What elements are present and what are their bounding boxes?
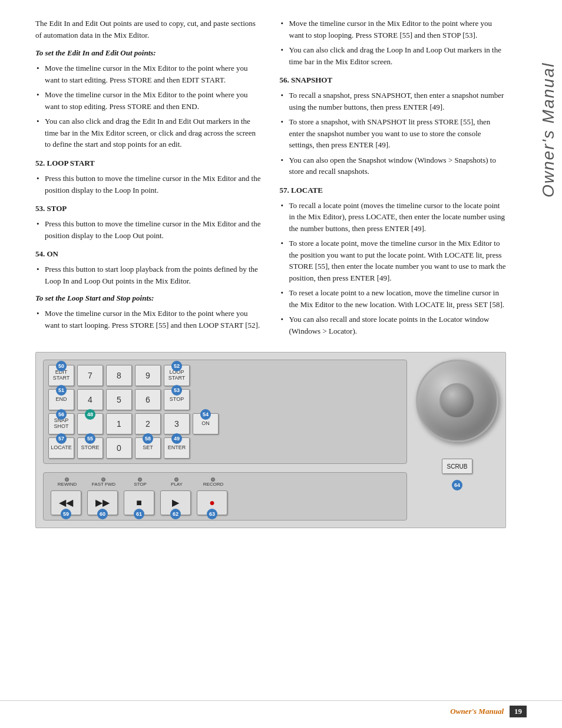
list-item: To store a snapshot, with SNAPSHOT lit p… [280, 116, 507, 151]
button-end[interactable]: 51 END [48, 389, 74, 410]
record-led [211, 477, 215, 482]
button-7[interactable]: 7 [77, 365, 103, 386]
badge-48: 48 [85, 409, 95, 420]
button-scrub[interactable]: SCRUB [442, 459, 472, 474]
numpad-row-0: 50 EDITSTART 7 8 9 52 [48, 365, 402, 386]
button-8[interactable]: 8 [106, 365, 132, 386]
badge-58: 58 [143, 433, 153, 444]
led-row: REWIND FAST FWD STOP PLAY [51, 477, 399, 487]
badge-60: 60 [97, 509, 108, 519]
button-2[interactable]: 2 [135, 413, 161, 434]
list-item: Press this button to move the timeline c… [35, 218, 262, 241]
button-48[interactable]: 48 [77, 413, 103, 434]
badge-59: 59 [61, 509, 71, 519]
button-1[interactable]: 1 [106, 413, 132, 434]
diagram-left: 50 EDITSTART 7 8 9 52 [43, 360, 407, 521]
bullets-56: To recall a snapshot, press SNAPSHOT, th… [280, 90, 507, 177]
diagram-container: 50 EDITSTART 7 8 9 52 [35, 352, 506, 528]
numpad-section: 50 EDITSTART 7 8 9 52 [43, 360, 407, 464]
button-stop-loop[interactable]: 53 STOP [164, 389, 190, 410]
badge-61: 61 [134, 509, 144, 519]
button-0[interactable]: 0 [106, 437, 132, 459]
record-label: RECORD [203, 482, 224, 487]
right-column: Move the timeline cursor in the Mix Edit… [280, 18, 507, 341]
list-item: To recall a locate point (moves the time… [280, 200, 507, 235]
fastfwd-led-col: FAST FWD [88, 477, 119, 487]
section-56-heading: 56. SNAPSHOT [280, 74, 507, 86]
jog-section: SCRUB 64 [416, 360, 498, 488]
button-locate[interactable]: 57 LOCATE [48, 437, 74, 459]
button-set[interactable]: 58 SET [135, 437, 161, 459]
record-led-col: RECORD [198, 477, 229, 487]
play-led [174, 477, 178, 482]
fastfwd-icon: ▶▶ [95, 498, 110, 508]
footer-manual-label: Owner's Manual [450, 707, 504, 716]
fastfwd-label: FAST FWD [92, 482, 115, 487]
page-container: Owner's Manual The Edit In and Edit Out … [0, 0, 562, 728]
button-enter[interactable]: 49 ENTER [164, 437, 190, 459]
button-record[interactable]: ● 63 [197, 490, 227, 515]
bullets-54: Press this button to start loop playback… [35, 263, 262, 286]
bullets-52: Press this button to move the timeline c… [35, 173, 262, 196]
bullets-53: Press this button to move the timeline c… [35, 218, 262, 241]
badge-54: 54 [200, 409, 211, 420]
numpad-row-2: 56 SNAPSHOT 48 1 2 [48, 413, 402, 434]
play-icon: ▶ [172, 498, 179, 508]
button-stop[interactable]: ■ 61 [124, 490, 154, 515]
list-item: To store a locate point, move the timeli… [280, 238, 507, 284]
badge-62: 62 [170, 509, 181, 519]
bullets-57: To recall a locate point (moves the time… [280, 200, 507, 337]
list-item: You can also recall and store locate poi… [280, 314, 507, 337]
fastfwd-led [101, 477, 105, 482]
button-9[interactable]: 9 [135, 365, 161, 386]
badge-63: 63 [207, 509, 217, 519]
button-4[interactable]: 4 [77, 389, 103, 410]
stop-led-col: STOP [125, 477, 156, 487]
button-3[interactable]: 3 [164, 413, 190, 434]
footer-page-number: 19 [510, 706, 527, 717]
list-item: Press this button to start loop playback… [35, 263, 262, 286]
rewind-led-col: REWIND [52, 477, 82, 487]
badge-55: 55 [85, 433, 95, 444]
jog-center [439, 383, 475, 419]
bullets-right-top: Move the timeline cursor in the Mix Edit… [280, 18, 507, 67]
badge-50: 50 [56, 361, 67, 371]
sidebar-label: Owner's Manual [540, 35, 557, 224]
transport-section: REWIND FAST FWD STOP PLAY [43, 472, 407, 521]
play-led-col: PLAY [161, 477, 192, 487]
badge-56: 56 [56, 409, 67, 420]
scrub-label: SCRUB [447, 463, 467, 470]
button-loop-start[interactable]: 52 LOOPSTART [164, 365, 190, 386]
button-edit-start[interactable]: 50 EDITSTART [48, 365, 74, 386]
button-5[interactable]: 5 [106, 389, 132, 410]
scrub-section: SCRUB 64 [442, 459, 472, 488]
badge-53: 53 [171, 385, 182, 396]
stop-led [138, 477, 142, 482]
numpad-row-3: 57 LOCATE 55 STORE 0 58 SET [48, 437, 402, 459]
left-column: The Edit In and Edit Out points are used… [35, 18, 262, 341]
section-54-heading: 54. ON [35, 248, 262, 260]
diagram-inner: 50 EDITSTART 7 8 9 52 [43, 360, 498, 521]
list-item: You can also open the Snapshot window (W… [280, 154, 507, 177]
jog-wheel[interactable] [416, 360, 498, 442]
numpad-row-1: 51 END 4 5 6 53 [48, 389, 402, 410]
text-columns: The Edit In and Edit Out points are used… [35, 18, 506, 341]
list-item: Move the timeline cursor in the Mix Edit… [280, 18, 507, 41]
badge-52: 52 [171, 361, 182, 371]
button-rewind[interactable]: ◀◀ 59 [51, 490, 81, 515]
play-label: PLAY [171, 482, 183, 487]
list-item: Press this button to move the timeline c… [35, 173, 262, 196]
badge-57: 57 [56, 433, 67, 444]
button-play[interactable]: ▶ 62 [160, 490, 191, 515]
button-store[interactable]: 55 STORE [77, 437, 103, 459]
badge-64: 64 [452, 480, 462, 490]
button-on[interactable]: 54 ON [193, 413, 219, 434]
list-item: To recall a snapshot, press SNAPSHOT, th… [280, 90, 507, 113]
section-53-heading: 53. STOP [35, 203, 262, 215]
section-52-heading: 52. LOOP START [35, 157, 262, 169]
list-item: Move the timeline cursor in the Mix Edit… [35, 62, 262, 85]
rewind-icon: ◀◀ [59, 498, 73, 508]
button-snapshot[interactable]: 56 SNAPSHOT [48, 413, 74, 434]
button-fast-fwd[interactable]: ▶▶ 60 [87, 490, 118, 515]
button-6[interactable]: 6 [135, 389, 161, 410]
